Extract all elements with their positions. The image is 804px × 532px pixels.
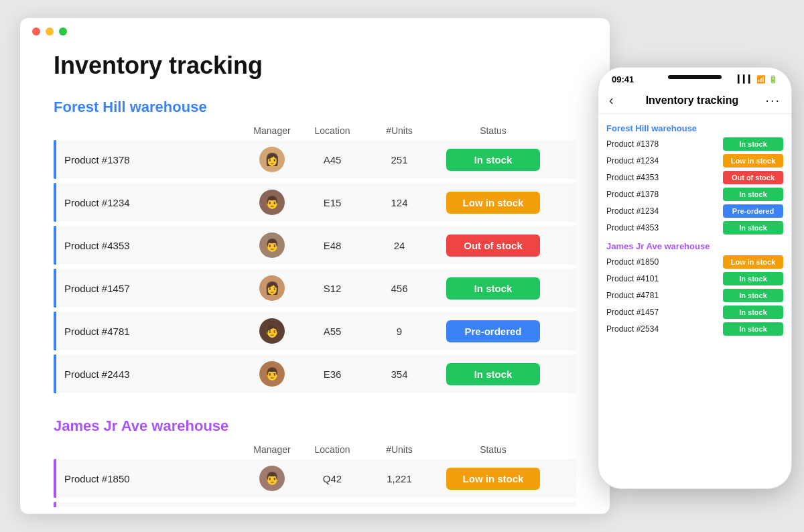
table-header-forest-hill: Manager Location #Units Status [54,125,576,140]
manager-cell: 👨 [245,190,299,215]
units-cell: 9 [366,326,433,337]
page-title: Inventory tracking [54,52,576,80]
window-content: Inventory tracking Forest Hill warehouse… [20,45,610,507]
units-cell: 354 [366,369,433,380]
phone-badge: In stock [723,322,783,336]
avatar: 👨 [259,232,285,258]
location-cell: E36 [299,369,366,380]
phone-badge: Low in stock [723,154,783,168]
avatar: 🧑 [259,318,285,344]
status-badge: In stock [446,149,540,171]
status-badge: Low in stock [446,468,540,490]
phone-row: Product #4353 Out of stock [606,171,783,184]
warehouse-section-james-jr: James Jr Ave warehouse Manager Location … [54,417,576,507]
phone-product: Product #1378 [606,139,659,149]
phone-row: Product #1378 In stock [606,188,783,201]
phone-warehouse-title-james-jr: James Jr Ave warehouse [606,241,783,251]
phone-status-icons: ▎▎▎ 📶 🔋 [738,75,778,84]
table-row: Product #4353 👨 E48 24 Out of stock [54,226,576,265]
phone-row: Product #4101 In stock [606,272,783,285]
status-cell: In stock [433,277,553,300]
table-header-james-jr: Manager Location #Units Status [54,444,576,459]
units-cell: 124 [366,197,433,208]
manager-cell: 👨 [245,466,299,491]
phone-row: Product #4781 In stock [606,289,783,302]
units-cell: 1,221 [366,473,433,484]
col-product [64,444,245,455]
status-cell: Low in stock [433,468,553,490]
location-cell: A45 [299,154,366,165]
status-badge: Pre-ordered [446,320,540,342]
col-manager: Manager [245,125,299,136]
table-row: Product #1457 👩 S12 456 In stock [54,269,576,308]
warehouse-title-forest-hill: Forest Hill warehouse [54,98,576,116]
minimize-dot[interactable] [46,27,54,36]
phone-row: Product #1850 Low in stock [606,255,783,269]
status-cell: In stock [433,149,553,171]
phone-badge: In stock [723,137,783,151]
signal-icon: ▎▎▎ [738,75,754,84]
manager-cell: 🧑 [245,318,299,344]
col-status: Status [433,444,553,455]
phone-badge: Low in stock [723,255,783,269]
phone-badge: In stock [723,188,783,201]
phone-notch [668,75,722,79]
phone-product: Product #4353 [606,173,659,182]
phone-badge: In stock [723,221,783,235]
phone-product: Product #1850 [606,257,659,267]
battery-icon: 🔋 [768,75,778,84]
phone-product: Product #4101 [606,274,659,283]
units-cell: 456 [366,283,433,294]
location-cell: Q42 [299,473,366,484]
back-button[interactable]: ‹ [609,92,614,108]
manager-cell: 👨 [245,361,299,387]
phone-badge: In stock [723,289,783,302]
units-cell: 251 [366,154,433,165]
location-cell: A55 [299,326,366,337]
col-status: Status [433,125,553,136]
desktop-window: Inventory tracking Forest Hill warehouse… [20,18,610,514]
phone-header: ‹ Inventory tracking ··· [598,87,791,114]
product-name: Product #1378 [64,154,245,165]
phone-row: Product #2534 In stock [606,322,783,336]
phone-badge: Out of stock [723,171,783,184]
wifi-icon: 📶 [756,75,766,84]
phone-product: Product #2534 [606,324,659,334]
close-dot[interactable] [32,27,40,36]
col-manager: Manager [245,444,299,455]
window-titlebar [20,18,610,45]
phone-badge: Pre-ordered [723,204,783,218]
phone-row: Product #1234 Pre-ordered [606,204,783,218]
table-row: Product #4101 👩 A86 434 In stock [54,502,576,507]
warehouse-title-james-jr: James Jr Ave warehouse [54,417,576,435]
phone-warehouse-title-forest-hill: Forest Hill warehouse [606,123,783,133]
avatar: 👩 [259,275,285,301]
location-cell: E48 [299,240,366,251]
manager-cell: 👩 [245,147,299,172]
table-row: Product #1378 👩 A45 251 In stock [54,140,576,179]
more-button[interactable]: ··· [765,92,781,108]
product-name: Product #1234 [64,197,245,208]
avatar: 👩 [259,147,285,172]
phone-container: 09:41 ▎▎▎ 📶 🔋 ‹ Inventory tracking ··· F… [598,67,792,489]
status-cell: Low in stock [433,192,553,214]
status-cell: Pre-ordered [433,320,553,342]
table-row: Product #2443 👨 E36 354 In stock [54,354,576,393]
location-cell: E15 [299,197,366,208]
manager-cell: 👩 [245,275,299,301]
phone-badge: In stock [723,306,783,319]
phone-body: Forest Hill warehouse Product #1378 In s… [598,114,791,488]
product-name: Product #1850 [64,473,245,484]
manager-cell: 👨 [245,232,299,258]
table-row: Product #1850 👨 Q42 1,221 Low in stock [54,459,576,498]
phone-product: Product #1457 [606,308,659,317]
phone-time: 09:41 [612,74,634,84]
avatar: 👨 [259,190,285,215]
product-name: Product #1457 [64,283,245,294]
maximize-dot[interactable] [59,27,67,36]
phone-badge: In stock [723,272,783,285]
phone-row: Product #1457 In stock [606,306,783,319]
phone-status-bar: 09:41 ▎▎▎ 📶 🔋 [598,68,791,87]
status-badge: Out of stock [446,235,540,257]
phone-product: Product #1234 [606,156,659,165]
